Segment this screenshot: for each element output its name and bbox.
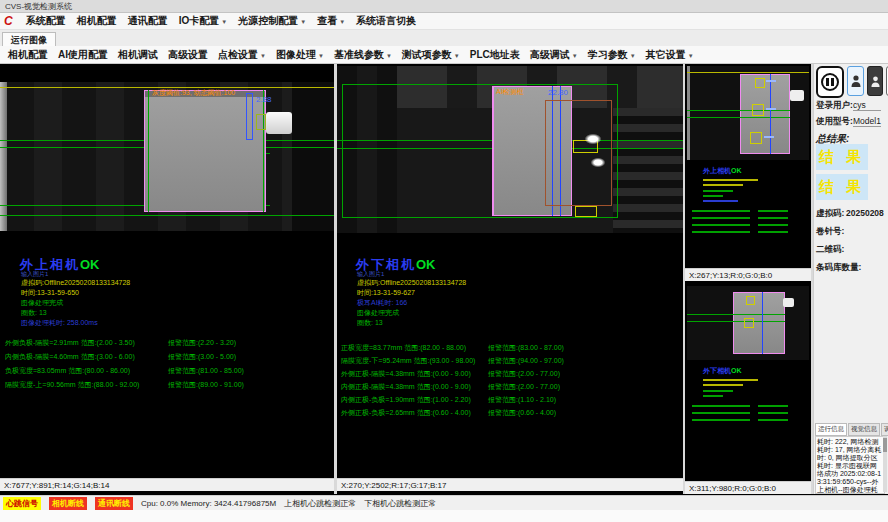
tool-spot-check[interactable]: 点检设置▼ (218, 48, 266, 62)
thumbnail-1-ok: OK (731, 167, 742, 174)
mini-measure-row (758, 412, 788, 414)
app-status-bar: 心跳信号 相机断线 通讯断线 Cpu: 0.0% Memory: 3424.41… (0, 495, 888, 510)
tool-learning-params[interactable]: 学习参数▼ (588, 48, 636, 62)
mini-text-line (703, 179, 758, 181)
pause-icon (821, 73, 839, 91)
measurement-row: 内侧负极-隔膜=4.60mm 范围:(3.00 - 6.00) (5, 352, 135, 362)
middle-process-done: 图像处理完成 (357, 308, 399, 318)
mini-measure-row (692, 224, 750, 226)
blue-measure-value: 22.80 (548, 88, 568, 97)
tab-run-info[interactable]: 运行信息 (815, 423, 847, 436)
tab-debug-info[interactable]: 调试信息 (881, 423, 888, 436)
tab-run-image[interactable]: 运行图像 (2, 32, 56, 47)
tool-plc-address[interactable]: PLC地址表 (470, 48, 520, 62)
mini-text-line (703, 195, 723, 197)
qr-code-label: 二维码: (816, 244, 844, 256)
measurement-row: 负极宽度=83.05mm 范围:(80.00 - 86.00) (5, 366, 130, 376)
tool-test-params[interactable]: 测试项参数▼ (402, 48, 460, 62)
connector-part (790, 90, 804, 101)
tab-detect-box (256, 114, 266, 130)
measurement-row: 正极宽度=83.77mm 范围:(82.00 - 88.00) (341, 343, 466, 353)
operator-button[interactable] (867, 66, 883, 96)
dropdown-arrow-icon: ▼ (300, 19, 306, 25)
cpu-memory-status: Cpu: 0.0% Memory: 3424.41796875M (141, 499, 276, 508)
left-process-elapsed: 图像处理耗时: 258.00ms (21, 318, 98, 328)
virtual-code-label: 虚拟码: (816, 208, 844, 220)
thumbnail-1-image[interactable] (687, 66, 809, 160)
mini-label (764, 136, 774, 138)
user-dark-icon (871, 75, 880, 88)
alarm-range: 报警范围:(94.00 - 97.00) (488, 356, 564, 366)
tab-strip: 运行图像 (0, 30, 888, 47)
needle-number-label: 卷针号: (816, 226, 844, 238)
mini-text-line (703, 384, 743, 386)
middle-camera-image[interactable]: AI检测框 22.80 (337, 66, 683, 233)
middle-turn-count: 圈数: 13 (357, 318, 383, 328)
app-logo-icon: C (4, 14, 13, 28)
glare-spot (591, 158, 605, 167)
mini-measure-row (758, 210, 788, 212)
tool-camera-config[interactable]: 相机配置 (8, 48, 48, 62)
middle-camera-ok-status: OK (416, 257, 436, 272)
left-camera-ok-status: OK (80, 257, 100, 272)
menu-language-switch[interactable]: 系统语言切换 (356, 14, 416, 28)
window-footer (0, 510, 888, 522)
login-user-button[interactable] (847, 66, 864, 96)
green-line (687, 117, 790, 118)
dropdown-arrow-icon: ▼ (260, 53, 266, 59)
model-value[interactable]: Model1 (853, 116, 881, 127)
mini-measure-row (758, 419, 788, 421)
tool-ai-config[interactable]: AI使用配置 (58, 48, 108, 62)
heartbeat-badge: 心跳信号 (3, 497, 41, 510)
control-buttons (816, 66, 888, 98)
tab-detect-box (755, 78, 765, 88)
tool-advanced-debug[interactable]: 高级调试▼ (530, 48, 578, 62)
tab-vision-info[interactable]: 视觉信息 (848, 423, 880, 436)
scrollbar-thumb[interactable] (883, 438, 887, 452)
mini-measure-row (692, 412, 750, 414)
glare-spot (585, 134, 601, 144)
tool-baseline-params[interactable]: 基准线参数▼ (334, 48, 392, 62)
mini-label (766, 80, 776, 82)
left-coordinate-bar: X:7677;Y:891;R:14;G:14;B:14 (0, 478, 334, 491)
machinery-slats (613, 108, 683, 233)
comm-offline-badge: 通讯断线 (95, 497, 133, 510)
tool-advanced-settings[interactable]: 高级设置 (168, 48, 208, 62)
pause-button[interactable] (816, 66, 844, 98)
measurement-row: 内侧正极-负极=1.90mm 范围:(1.00 - 2.20) (341, 395, 471, 405)
menu-light-config[interactable]: 光源控制配置▼ (238, 14, 306, 28)
green-line (687, 110, 790, 111)
dropdown-arrow-icon: ▼ (339, 19, 345, 25)
menu-system-config[interactable]: 系统配置 (26, 14, 66, 28)
alarm-range: 报警范围:(3.00 - 5.00) (168, 352, 236, 362)
measurement-row: 外侧正极-隔膜=4.38mm 范围:(0.00 - 9.00) (341, 369, 471, 379)
ai-detect-label: AI检测框 (496, 87, 524, 97)
machine-edge (687, 66, 690, 160)
login-user-value[interactable]: cys (853, 100, 881, 111)
thumbnail-1-coordinate-bar: X:267;Y:13;R:0;G:0;B:0 (685, 268, 811, 281)
left-time: 时间:13-31-59-650 (21, 288, 79, 298)
tool-image-processing[interactable]: 图像处理▼ (276, 48, 324, 62)
battery-cell-region (740, 74, 790, 154)
thumbnail-2-ok: OK (731, 367, 742, 374)
dropdown-arrow-icon: ▼ (630, 53, 636, 59)
log-tabs: 运行信息 视觉信息 调试信息 (815, 423, 888, 436)
middle-coordinate-bar: X:270;Y:2502;R:17;G:17;B:17 (337, 478, 683, 491)
tool-other-settings[interactable]: 其它设置▼ (646, 48, 694, 62)
tool-camera-debug[interactable]: 相机调试 (118, 48, 158, 62)
barcode-count-label: 条码库数量: (816, 262, 861, 274)
left-camera-image[interactable]: 灰度阈值:93, 动态阈值:100 2.88 (0, 82, 334, 231)
alarm-range: 报警范围:(83.00 - 87.00) (488, 343, 564, 353)
dropdown-arrow-icon: ▼ (386, 53, 392, 59)
menu-comm-config[interactable]: 通讯配置 (128, 14, 168, 28)
measurement-row: 隔膜宽度-上=90.56mm 范围:(88.00 - 92.00) (5, 380, 139, 390)
menu-view[interactable]: 查看▼ (317, 14, 345, 28)
log-output[interactable]: 耗时: 222, 网络检测耗时: 17, 网络分离耗时: 0, 网络提取分区耗时… (815, 436, 885, 494)
menu-io-config[interactable]: IO卡配置▼ (179, 14, 228, 28)
menu-camera-config[interactable]: 相机配置 (77, 14, 117, 28)
blue-measure-line (762, 292, 763, 354)
mini-measure-row (692, 217, 750, 219)
log-scrollbar[interactable] (883, 436, 887, 492)
thumbnail-2-image[interactable] (687, 286, 809, 360)
connector-part (266, 112, 292, 134)
